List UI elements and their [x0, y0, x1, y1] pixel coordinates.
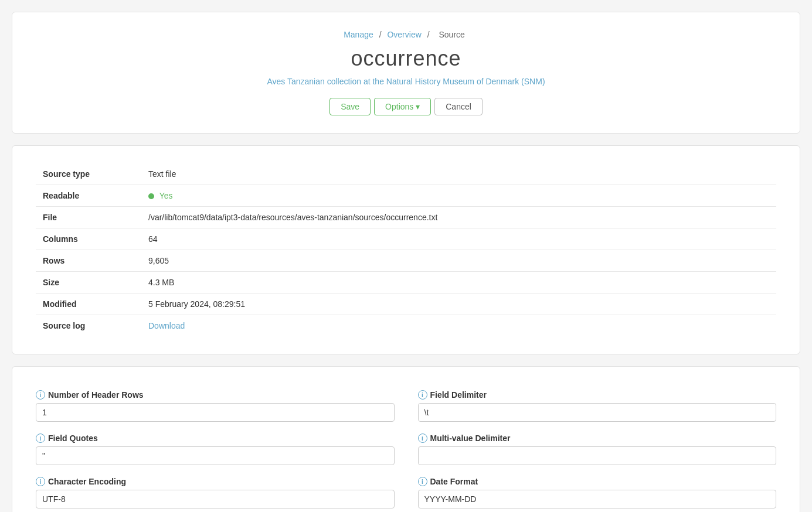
options-label: Options — [385, 102, 413, 111]
header-card: Manage / Overview / Source occurrence Av… — [12, 12, 800, 134]
header-rows-input[interactable] — [36, 403, 395, 422]
readable-label: Readable — [36, 185, 141, 207]
readable-dot-icon — [148, 193, 154, 199]
readable-yes-text: Yes — [159, 191, 173, 200]
multivalue-delimiter-info-icon[interactable]: i — [418, 434, 427, 443]
field-quotes-input[interactable] — [36, 446, 395, 465]
save-button[interactable]: Save — [329, 98, 371, 115]
page-title: occurrence — [36, 46, 776, 71]
character-encoding-input[interactable] — [36, 490, 395, 508]
table-row: File /var/lib/tomcat9/data/ipt3-data/res… — [36, 207, 776, 228]
character-encoding-group: i Character Encoding — [36, 477, 395, 508]
multivalue-delimiter-input[interactable] — [418, 446, 777, 465]
field-quotes-info-icon[interactable]: i — [36, 434, 45, 443]
cancel-button[interactable]: Cancel — [434, 98, 483, 115]
modified-label: Modified — [36, 293, 141, 315]
options-caret-icon: ▾ — [416, 102, 420, 111]
source-log-label: Source log — [36, 315, 141, 337]
size-value: 4.3 MB — [141, 272, 776, 293]
action-buttons: Save Options ▾ Cancel — [36, 98, 776, 115]
date-format-label: i Date Format — [418, 477, 777, 486]
download-link[interactable]: Download — [148, 321, 185, 330]
rows-value: 9,605 — [141, 250, 776, 272]
breadcrumb-manage[interactable]: Manage — [344, 30, 373, 39]
table-row: Source log Download — [36, 315, 776, 337]
subtitle-link[interactable]: Aves Tanzanian collection at the Natural… — [267, 77, 545, 86]
breadcrumb-current: Source — [439, 30, 464, 39]
source-type-label: Source type — [36, 163, 141, 185]
field-delimiter-label: i Field Delimiter — [418, 390, 777, 400]
header-rows-label: i Number of Header Rows — [36, 390, 395, 400]
columns-value: 64 — [141, 228, 776, 250]
date-format-info-icon[interactable]: i — [418, 477, 427, 486]
breadcrumb: Manage / Overview / Source — [36, 30, 776, 39]
field-quotes-label: i Field Quotes — [36, 434, 395, 443]
field-quotes-group: i Field Quotes — [36, 434, 395, 465]
header-rows-info-icon[interactable]: i — [36, 390, 45, 400]
subtitle: Aves Tanzanian collection at the Natural… — [36, 77, 776, 86]
source-info-card: Source type Text file Readable Yes File … — [12, 145, 800, 354]
date-format-input[interactable] — [418, 490, 777, 508]
form-section: i Number of Header Rows i Field Delimite… — [36, 384, 776, 512]
date-format-group: i Date Format — [418, 477, 777, 508]
character-encoding-label: i Character Encoding — [36, 477, 395, 486]
rows-label: Rows — [36, 250, 141, 272]
table-row: Source type Text file — [36, 163, 776, 185]
size-label: Size — [36, 272, 141, 293]
multivalue-delimiter-group: i Multi-value Delimiter — [418, 434, 777, 465]
table-row: Columns 64 — [36, 228, 776, 250]
character-encoding-info-icon[interactable]: i — [36, 477, 45, 486]
source-type-value: Text file — [141, 163, 776, 185]
breadcrumb-overview[interactable]: Overview — [387, 30, 421, 39]
table-row: Size 4.3 MB — [36, 272, 776, 293]
table-row: Readable Yes — [36, 185, 776, 207]
form-card: i Number of Header Rows i Field Delimite… — [12, 366, 800, 512]
table-row: Rows 9,605 — [36, 250, 776, 272]
readable-value: Yes — [141, 185, 776, 207]
columns-label: Columns — [36, 228, 141, 250]
source-log-value: Download — [141, 315, 776, 337]
modified-value: 5 February 2024, 08:29:51 — [141, 293, 776, 315]
field-delimiter-info-icon[interactable]: i — [418, 390, 427, 400]
header-rows-group: i Number of Header Rows — [36, 390, 395, 422]
file-value: /var/lib/tomcat9/data/ipt3-data/resource… — [141, 207, 776, 228]
file-label: File — [36, 207, 141, 228]
table-row: Modified 5 February 2024, 08:29:51 — [36, 293, 776, 315]
field-delimiter-input[interactable] — [418, 403, 777, 422]
field-delimiter-group: i Field Delimiter — [418, 390, 777, 422]
source-info-table: Source type Text file Readable Yes File … — [36, 163, 776, 336]
multivalue-delimiter-label: i Multi-value Delimiter — [418, 434, 777, 443]
options-button[interactable]: Options ▾ — [374, 98, 431, 115]
